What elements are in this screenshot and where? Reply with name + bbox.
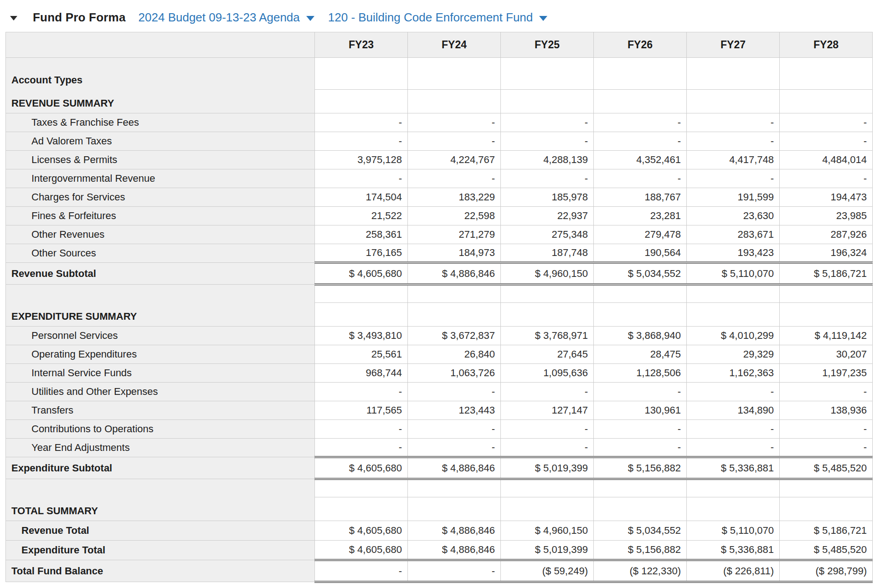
cell-fy24: 184,973 [408,244,501,263]
cell-fy24 [408,285,501,303]
cell-fy23: 25,561 [315,345,408,364]
cell-fy24: 123,443 [408,401,501,420]
cell-fy26 [594,90,687,113]
cell-fy24: - [408,420,501,439]
cell-fy27: 4,417,748 [687,151,780,169]
row-label: Year End Adjustments [6,439,315,457]
cell-fy25 [501,479,594,497]
cell-fy26: ($ 122,330) [594,560,687,582]
cell-fy23: 117,565 [315,401,408,420]
cell-fy26: $ 5,034,552 [594,263,687,285]
cell-fy24: - [408,560,501,582]
cell-fy23: - [315,113,408,132]
column-header: FY24 [408,32,501,58]
column-header: FY26 [594,32,687,58]
cell-fy28: 4,484,014 [780,151,873,169]
column-header: FY23 [315,32,408,58]
cell-fy24: 4,224,767 [408,151,501,169]
column-header: FY28 [780,32,873,58]
cell-fy26 [594,285,687,303]
cell-fy23 [315,303,408,327]
row-label: Utilities and Other Expenses [6,383,315,401]
table-row: TOTAL SUMMARY [6,497,873,521]
cell-fy25: - [501,169,594,188]
cell-fy26: 279,478 [594,225,687,244]
cell-fy24: $ 4,886,846 [408,457,501,479]
cell-fy25: $ 4,960,150 [501,263,594,285]
fund-proforma-table: FY23 FY24 FY25 FY26 FY27 FY28 Account Ty… [5,32,873,583]
collapse-triangle-icon[interactable] [10,16,17,20]
cell-fy25: - [501,383,594,401]
row-label: Intergovernmental Revenue [6,169,315,188]
row-label: Transfers [6,401,315,420]
cell-fy24: - [408,113,501,132]
cell-fy28: - [780,439,873,457]
cell-fy26: - [594,439,687,457]
cell-fy24: 22,598 [408,207,501,225]
row-label: Ad Valorem Taxes [6,132,315,151]
cell-fy25 [501,285,594,303]
cell-fy24 [408,303,501,327]
cell-fy28: $ 5,186,721 [780,521,873,541]
cell-fy24: 183,229 [408,188,501,207]
cell-fy28: 138,936 [780,401,873,420]
cell-fy23: - [315,132,408,151]
cell-fy28: - [780,169,873,188]
cell-fy24: - [408,439,501,457]
cell-fy23 [315,497,408,521]
table-row [6,479,873,497]
cell-fy27: 23,630 [687,207,780,225]
row-label: TOTAL SUMMARY [6,497,315,521]
cell-fy26: $ 3,868,940 [594,327,687,345]
row-label: Operating Expenditures [6,345,315,364]
fund-dropdown-label: 120 - Building Code Enforcement Fund [328,10,533,25]
table-row: Contributions to Operations - - - - - - [6,420,873,439]
table-row: Licenses & Permits 3,975,128 4,224,767 4… [6,151,873,169]
table-row: Fines & Forfeitures 21,522 22,598 22,937… [6,207,873,225]
cell-fy25: ($ 59,249) [501,560,594,582]
dropdown-arrow-icon [539,16,547,21]
table-row: Intergovernmental Revenue - - - - - - [6,169,873,188]
cell-fy25: 127,147 [501,401,594,420]
row-label: Other Sources [6,244,315,263]
cell-fy24: $ 4,886,846 [408,521,501,541]
row-label: Revenue Subtotal [6,263,315,285]
cell-fy28: - [780,383,873,401]
table-row: Ad Valorem Taxes - - - - - - [6,132,873,151]
cell-fy23 [315,285,408,303]
budget-version-dropdown[interactable]: 2024 Budget 09-13-23 Agenda [139,10,314,25]
row-label: Charges for Services [6,188,315,207]
cell-fy28 [780,285,873,303]
row-label [6,479,315,497]
cell-fy25 [501,303,594,327]
cell-fy23: 176,165 [315,244,408,263]
cell-fy23: - [315,420,408,439]
table-row: Other Sources 176,165 184,973 187,748 19… [6,244,873,263]
cell-fy27: $ 5,110,070 [687,263,780,285]
cell-fy25: 275,348 [501,225,594,244]
table-row: Revenue Total $ 4,605,680 $ 4,886,846 $ … [6,521,873,541]
table-row: Expenditure Subtotal $ 4,605,680 $ 4,886… [6,457,873,479]
row-label: Other Revenues [6,225,315,244]
cell-fy23 [315,90,408,113]
cell-fy23: 21,522 [315,207,408,225]
cell-fy26: 1,128,506 [594,364,687,383]
column-header-row: FY23 FY24 FY25 FY26 FY27 FY28 [6,32,873,58]
cell-fy27: $ 5,110,070 [687,521,780,541]
page-title: Fund Pro Forma [33,10,126,25]
cell-fy26 [594,497,687,521]
row-label: Total Fund Balance [6,560,315,582]
table-row: Utilities and Other Expenses - - - - - - [6,383,873,401]
cell-fy27: 191,599 [687,188,780,207]
cell-fy26: - [594,420,687,439]
cell-fy24: 1,063,726 [408,364,501,383]
fund-dropdown[interactable]: 120 - Building Code Enforcement Fund [328,10,548,25]
row-label: Revenue Total [6,521,315,541]
cell-fy26: - [594,113,687,132]
cell-fy27 [687,497,780,521]
cell-fy27 [687,303,780,327]
row-label: Fines & Forfeitures [6,207,315,225]
table-row: Personnel Services $ 3,493,810 $ 3,672,8… [6,327,873,345]
cell-fy27: $ 5,336,881 [687,457,780,479]
cell-fy25 [501,497,594,521]
